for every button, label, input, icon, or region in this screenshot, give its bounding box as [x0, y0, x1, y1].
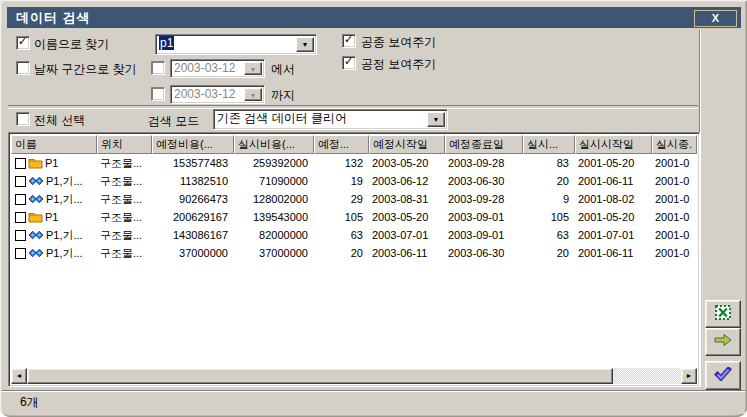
row-checkbox[interactable]: [15, 248, 26, 259]
date-range-label: 날짜 구간으로 찾기: [34, 61, 137, 78]
cell-location: 구조물...: [97, 154, 152, 172]
titlebar[interactable]: 데이터 검색 X: [7, 7, 741, 28]
name-cell: P1: [11, 154, 97, 172]
next-button[interactable]: [705, 328, 741, 356]
column-header-location[interactable]: 위치: [97, 135, 152, 154]
date-to-picker[interactable]: 2003-03-12 ▼: [170, 85, 265, 104]
row-checkbox[interactable]: [15, 194, 26, 205]
date-from-checkbox[interactable]: [151, 61, 165, 75]
column-header-planned-cost[interactable]: 예정비용(...: [152, 135, 234, 154]
row-checkbox[interactable]: [15, 212, 26, 223]
select-all-label: 전체 선택: [34, 112, 85, 129]
export-excel-button[interactable]: [705, 300, 741, 328]
close-button[interactable]: X: [694, 10, 737, 27]
table-row[interactable]: P1 구조물... 200629167 139543000 105 2003-0…: [11, 208, 699, 226]
column-header-planned[interactable]: 예정...: [314, 135, 369, 154]
cell-actual-start: 2001-06-11: [575, 172, 652, 190]
cell-planned: 63: [314, 226, 369, 244]
column-header-name[interactable]: 이름: [11, 135, 97, 154]
cell-planned-end: 2003-09-28: [445, 154, 523, 172]
cell-planned: 19: [314, 172, 369, 190]
date-to-value: 2003-03-12: [171, 86, 242, 103]
chevron-down-icon: ▼: [244, 88, 262, 101]
row-name: P1,기...: [46, 244, 83, 262]
link-diamond-icon: [28, 248, 44, 258]
cell-planned-start: 2003-05-20: [369, 154, 445, 172]
select-all-checkbox[interactable]: [16, 112, 30, 126]
table-row[interactable]: P1,기... 구조물... 37000000 37000000 20 2003…: [11, 244, 699, 262]
row-name: P1: [45, 208, 58, 226]
horizontal-scrollbar[interactable]: ◄ ►: [11, 368, 697, 384]
column-header-planned-end[interactable]: 예정종료일: [445, 135, 523, 154]
results-table: 이름 위치 예정비용(... 실시비용(... 예정... 예정시작일 예정종료…: [8, 132, 700, 387]
name-search-value: p1: [156, 35, 294, 54]
search-by-name-checkbox[interactable]: [16, 36, 30, 50]
cell-actual-start: 2001-05-20: [575, 154, 652, 172]
search-by-name-label: 이름으로 찾기: [34, 36, 109, 53]
cell-planned-cost: 11382510: [152, 172, 234, 190]
show-process-checkbox[interactable]: [342, 56, 356, 70]
show-worktype-checkbox[interactable]: [342, 34, 356, 48]
row-checkbox[interactable]: [15, 158, 26, 169]
green-right-arrow-icon: [714, 333, 732, 351]
scrollbar-track[interactable]: [613, 368, 681, 384]
cell-actual-cost: 259392000: [234, 154, 314, 172]
scrollbar-thumb[interactable]: [27, 368, 613, 384]
chevron-down-icon: ▼: [244, 62, 262, 75]
chevron-down-icon[interactable]: ▼: [296, 37, 314, 52]
cell-location: 구조물...: [97, 208, 152, 226]
table-row[interactable]: P1 구조물... 153577483 259392000 132 2003-0…: [11, 154, 699, 172]
link-diamond-icon: [28, 176, 44, 186]
status-bar: 6개: [2, 390, 745, 414]
column-header-actual[interactable]: 실시...: [523, 135, 575, 154]
cell-planned-cost: 90266473: [152, 190, 234, 208]
link-diamond-icon: [28, 194, 44, 204]
show-worktype-label: 공종 보여주기: [361, 34, 436, 51]
column-header-planned-start[interactable]: 예정시작일: [369, 135, 445, 154]
cell-planned-start: 2003-08-31: [369, 190, 445, 208]
table-row[interactable]: P1,기... 구조물... 143086167 82000000 63 200…: [11, 226, 699, 244]
table-row[interactable]: P1,기... 구조물... 11382510 71090000 19 2003…: [11, 172, 699, 190]
cell-location: 구조물...: [97, 190, 152, 208]
row-checkbox[interactable]: [15, 176, 26, 187]
folder-icon: [28, 157, 43, 169]
column-header-actual-end[interactable]: 실시종.: [652, 135, 697, 154]
confirm-button[interactable]: [705, 361, 741, 390]
name-cell: P1,기...: [11, 226, 97, 244]
row-name: P1: [45, 154, 58, 172]
row-checkbox[interactable]: [15, 230, 26, 241]
name-cell: P1,기...: [11, 244, 97, 262]
row-name: P1,기...: [46, 226, 83, 244]
chevron-down-icon[interactable]: ▼: [427, 112, 445, 127]
name-cell: P1,기...: [11, 190, 97, 208]
date-to-checkbox[interactable]: [151, 87, 165, 101]
search-mode-dropdown[interactable]: 기존 검색 데이터 클리어 ▼: [213, 109, 448, 130]
data-search-dialog: 데이터 검색 X 이름으로 찾기 p1 ▼ 공종 보여주기 날짜 구간으로 찾기…: [0, 0, 747, 417]
cell-planned-cost: 153577483: [152, 154, 234, 172]
cell-actual-cost: 128002000: [234, 190, 314, 208]
cell-planned: 132: [314, 154, 369, 172]
cell-actual-cost: 71090000: [234, 172, 314, 190]
column-header-actual-start[interactable]: 실시시작일: [575, 135, 652, 154]
date-range-checkbox[interactable]: [16, 61, 30, 75]
folder-icon: [28, 211, 43, 223]
cell-actual-end: 2001-0: [652, 172, 697, 190]
cell-actual-start: 2001-05-20: [575, 208, 652, 226]
cell-actual-end: 2001-0: [652, 190, 697, 208]
table-row[interactable]: P1,기... 구조물... 90266473 128002000 29 200…: [11, 190, 699, 208]
cell-actual: 83: [523, 154, 575, 172]
cell-location: 구조물...: [97, 226, 152, 244]
table-header-row: 이름 위치 예정비용(... 실시비용(... 예정... 예정시작일 예정종료…: [11, 135, 699, 154]
name-search-combobox[interactable]: p1 ▼: [155, 34, 317, 55]
cell-planned: 20: [314, 244, 369, 262]
name-cell: P1: [11, 208, 97, 226]
date-from-suffix-label: 에서: [271, 61, 295, 78]
date-from-picker[interactable]: 2003-03-12 ▼: [170, 59, 265, 78]
row-name: P1,기...: [46, 172, 83, 190]
result-count: 6개: [2, 394, 39, 411]
scroll-right-icon[interactable]: ►: [681, 368, 697, 384]
cell-planned-start: 2003-05-20: [369, 208, 445, 226]
column-header-actual-cost[interactable]: 실시비용(...: [234, 135, 314, 154]
cell-planned: 29: [314, 190, 369, 208]
scroll-left-icon[interactable]: ◄: [11, 368, 27, 384]
